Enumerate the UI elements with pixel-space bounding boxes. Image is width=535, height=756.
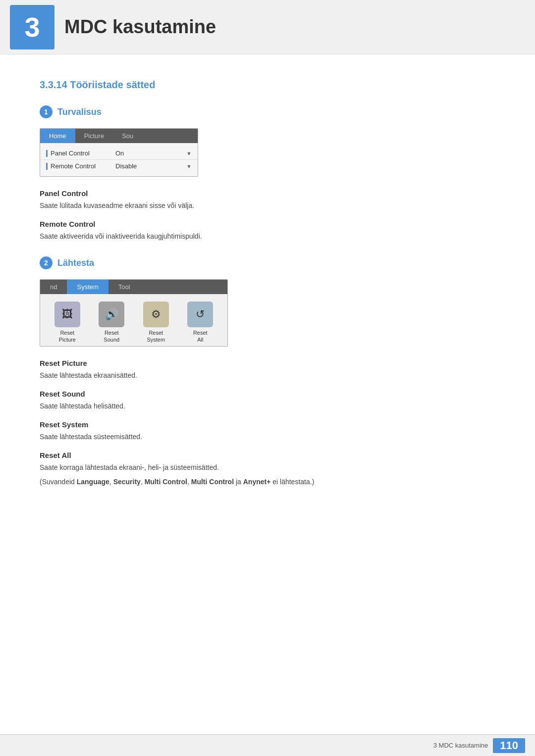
note-sep2: , (141, 478, 145, 486)
tab-tool[interactable]: Tool (108, 280, 140, 294)
panel-control-arrow: ▼ (186, 151, 192, 156)
lahtesta-screenshot: nd System Tool 🖼 ResetPicture 🔊 ResetSou… (40, 279, 228, 347)
subsection1-name: Turvalisus (57, 107, 102, 117)
reset-all-heading: Reset All (40, 451, 495, 459)
reset-picture-text: Saate lähtestada ekraanisätted. (40, 370, 495, 381)
reset-all-text: Saate korraga lähtestada ekraani-, heli-… (40, 462, 495, 473)
reset-system-text: Saate lähtestada süsteemisätted. (40, 432, 495, 442)
reset-icons-area: 🖼 ResetPicture 🔊 ResetSound ⚙ ResetSyste… (40, 294, 227, 346)
footer-page-number: 110 (493, 738, 525, 753)
tab-sou[interactable]: Sou (113, 129, 142, 143)
reset-picture-heading: Reset Picture (40, 359, 495, 367)
reset-picture-label: ResetPicture (59, 329, 76, 344)
footer-text: 3 MDC kasutamine (433, 742, 488, 749)
row-indicator (46, 150, 48, 157)
reset-all-item: ↺ ResetAll (187, 302, 213, 344)
lahtesta-tabs: nd System Tool (40, 280, 227, 294)
panel-control-label: Panel Control (51, 150, 90, 157)
panel-control-text: Saate lülitada kuvaseadme ekraani sisse … (40, 201, 495, 211)
reset-all-icon: ↺ (187, 302, 213, 327)
chapter-header: 3 MDC kasutamine (0, 0, 535, 54)
turvalisus-table: Panel Control On ▼ Remote Control Disabl… (40, 143, 198, 176)
subsection1-header: 1 Turvalisus (40, 105, 495, 118)
note-bold3: Multi Control (145, 478, 187, 486)
note-sep4: ja (234, 478, 243, 486)
chapter-number: 3 (10, 5, 54, 50)
reset-system-icon: ⚙ (143, 302, 169, 327)
note-bold2: Security (113, 478, 141, 486)
panel-control-heading: Panel Control (40, 189, 495, 198)
note-bold5: Anynet+ (243, 478, 271, 486)
tab-nd[interactable]: nd (40, 280, 67, 294)
note-bold4: Multi Control (191, 478, 234, 486)
remote-control-text: Saate aktiveerida või inaktiveerida kaug… (40, 231, 495, 242)
tab-home[interactable]: Home (40, 129, 75, 143)
note-sep3: , (187, 478, 191, 486)
tab-picture[interactable]: Picture (75, 129, 113, 143)
tab-system[interactable]: System (67, 280, 108, 294)
remote-control-label: Remote Control (51, 162, 96, 170)
main-content: 3.3.14 Tööriistade sätted 1 Turvalisus H… (0, 54, 535, 527)
remote-control-arrow: ▼ (186, 163, 192, 169)
remote-control-value: Disable (115, 162, 186, 170)
turvalisus-screenshot: Home Picture Sou Panel Control On ▼ Remo… (40, 128, 198, 177)
reset-system-item: ⚙ ResetSystem (143, 302, 169, 344)
remote-control-row: Remote Control Disable ▼ (40, 160, 198, 172)
reset-sound-icon: 🔊 (99, 302, 124, 327)
reset-sound-text: Saate lähtestada helisätted. (40, 401, 495, 411)
reset-system-heading: Reset System (40, 420, 495, 429)
note-bold1: Language (77, 478, 109, 486)
row-indicator-2 (46, 163, 48, 170)
reset-sound-label: ResetSound (104, 329, 119, 344)
subsection2-header: 2 Lähtesta (40, 256, 495, 269)
turvalisus-tabs: Home Picture Sou (40, 129, 198, 143)
chapter-title: MDC kasutamine (64, 16, 216, 38)
note-text: (Suvandeid Language, Security, Multi Con… (40, 477, 495, 487)
section-heading: 3.3.14 Tööriistade sätted (40, 79, 495, 91)
page-footer: 3 MDC kasutamine 110 (0, 734, 535, 756)
reset-picture-item: 🖼 ResetPicture (54, 302, 80, 344)
remote-control-heading: Remote Control (40, 220, 495, 228)
badge-2: 2 (40, 256, 53, 269)
reset-sound-heading: Reset Sound (40, 390, 495, 398)
subsection2-name: Lähtesta (57, 258, 94, 268)
reset-picture-icon: 🖼 (54, 302, 80, 327)
note-suffix: ei lähtestata.) (270, 478, 314, 486)
reset-all-label: ResetAll (193, 329, 208, 344)
note-sep1: , (109, 478, 113, 486)
panel-control-row: Panel Control On ▼ (40, 147, 198, 160)
reset-sound-item: 🔊 ResetSound (99, 302, 124, 344)
note-prefix: (Suvandeid (40, 478, 77, 486)
reset-system-label: ResetSystem (147, 329, 165, 344)
badge-1: 1 (40, 105, 53, 118)
panel-control-value: On (115, 150, 186, 157)
